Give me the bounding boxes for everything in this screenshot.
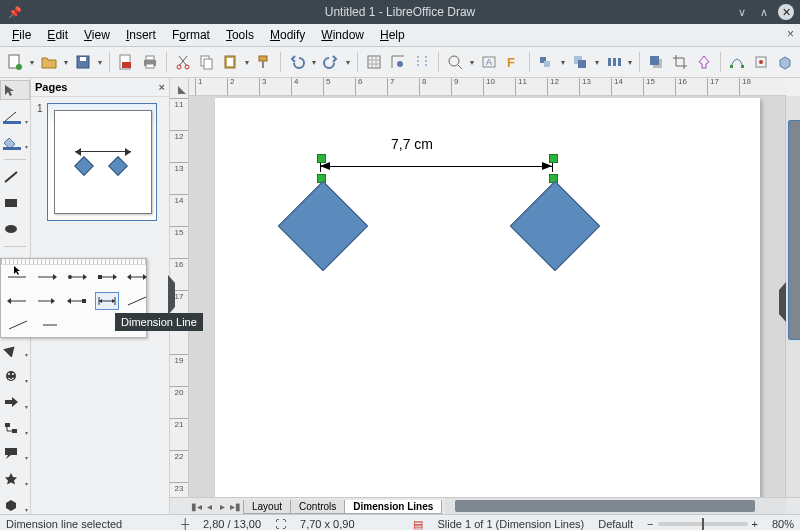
print-button[interactable] bbox=[139, 51, 161, 73]
distribute-button[interactable] bbox=[603, 51, 625, 73]
guides-button[interactable] bbox=[411, 51, 433, 73]
menu-tools[interactable]: Tools bbox=[218, 27, 262, 43]
arrange-button[interactable] bbox=[569, 51, 591, 73]
window-maximize-button[interactable]: ∧ bbox=[756, 4, 772, 20]
horizontal-ruler[interactable]: 123456789101112131415161718 bbox=[189, 78, 786, 96]
horizontal-scrollbar[interactable] bbox=[445, 498, 786, 514]
cut-button[interactable] bbox=[172, 51, 194, 73]
handle[interactable] bbox=[549, 154, 558, 163]
align-button[interactable] bbox=[535, 51, 557, 73]
copy-button[interactable] bbox=[196, 51, 218, 73]
star-tool[interactable]: ▾ bbox=[1, 470, 29, 488]
fontwork-button[interactable]: F bbox=[502, 51, 524, 73]
block-arrow-tool[interactable]: ▾ bbox=[1, 393, 29, 411]
menu-insert[interactable]: Insert bbox=[118, 27, 164, 43]
status-save-icon[interactable]: ▤ bbox=[413, 518, 423, 531]
window-close-button[interactable]: ✕ bbox=[778, 4, 794, 20]
points-button[interactable] bbox=[726, 51, 748, 73]
align-dropdown[interactable]: ▾ bbox=[559, 51, 567, 73]
open-button[interactable] bbox=[38, 51, 60, 73]
redo-button[interactable] bbox=[320, 51, 342, 73]
status-size: 7,70 x 0,90 bbox=[300, 518, 354, 530]
zoom-dropdown[interactable]: ▾ bbox=[468, 51, 476, 73]
zoom-slider[interactable]: − + bbox=[647, 518, 758, 530]
tab-controls[interactable]: Controls bbox=[290, 500, 345, 514]
basic-shapes-tool[interactable]: ▾ bbox=[1, 341, 29, 359]
line-arrow-square-icon[interactable] bbox=[95, 268, 119, 286]
scrollbar-thumb[interactable] bbox=[455, 500, 755, 512]
paste-button[interactable] bbox=[219, 51, 241, 73]
line-45-icon[interactable] bbox=[125, 292, 149, 310]
line-arrow-circle-icon[interactable] bbox=[65, 268, 89, 286]
snap-button[interactable] bbox=[387, 51, 409, 73]
window-titlebar: 📌 Untitled 1 - LibreOffice Draw ∨ ∧ ✕ bbox=[0, 0, 800, 24]
flowchart-tool[interactable]: ▾ bbox=[1, 419, 29, 437]
vertical-scrollbar[interactable] bbox=[785, 96, 800, 497]
menu-window[interactable]: Window bbox=[313, 27, 372, 43]
close-document-button[interactable]: × bbox=[787, 27, 794, 41]
extrusion-button[interactable] bbox=[774, 51, 796, 73]
zoom-in-icon[interactable]: + bbox=[752, 518, 758, 530]
arrange-dropdown[interactable]: ▾ bbox=[593, 51, 601, 73]
ruler-corner[interactable] bbox=[170, 78, 189, 97]
line-short-icon[interactable] bbox=[37, 316, 63, 334]
window-minimize-button[interactable]: ∨ bbox=[734, 4, 750, 20]
line-square-arrow-icon[interactable] bbox=[65, 292, 89, 310]
save-dropdown[interactable]: ▾ bbox=[96, 51, 104, 73]
dimension-line[interactable] bbox=[320, 166, 552, 167]
page-thumbnail[interactable] bbox=[47, 103, 157, 221]
rect-tool[interactable] bbox=[1, 194, 29, 212]
shadow-button[interactable] bbox=[645, 51, 667, 73]
zoom-out-icon[interactable]: − bbox=[647, 518, 653, 530]
ellipse-tool[interactable] bbox=[1, 220, 29, 238]
undo-dropdown[interactable]: ▾ bbox=[310, 51, 318, 73]
zoom-value[interactable]: 80% bbox=[772, 518, 794, 530]
line-circle-arrow-icon[interactable] bbox=[35, 292, 59, 310]
distribute-dropdown[interactable]: ▾ bbox=[626, 51, 634, 73]
zoom-button[interactable] bbox=[444, 51, 466, 73]
menu-modify[interactable]: Modify bbox=[262, 27, 313, 43]
line-color-tool[interactable]: ▾ bbox=[1, 108, 29, 126]
new-dropdown[interactable]: ▾ bbox=[28, 51, 36, 73]
drawing-canvas[interactable]: 7,7 cm bbox=[189, 96, 785, 497]
grid-button[interactable] bbox=[363, 51, 385, 73]
pin-icon[interactable]: 📌 bbox=[8, 6, 22, 19]
fill-color-tool[interactable]: ▾ bbox=[1, 134, 29, 152]
diamond-shape[interactable] bbox=[278, 181, 369, 272]
filter-button[interactable] bbox=[693, 51, 715, 73]
export-pdf-button[interactable] bbox=[115, 51, 137, 73]
menu-view[interactable]: View bbox=[76, 27, 118, 43]
crop-button[interactable] bbox=[669, 51, 691, 73]
new-button[interactable] bbox=[4, 51, 26, 73]
dimension-line-icon[interactable] bbox=[95, 292, 119, 310]
status-style[interactable]: Default bbox=[598, 518, 633, 530]
textbox-button[interactable]: A bbox=[478, 51, 500, 73]
tab-dimension-lines[interactable]: Dimension Lines bbox=[344, 500, 442, 514]
select-tool[interactable] bbox=[0, 80, 30, 100]
scrollbar-thumb[interactable] bbox=[788, 120, 800, 340]
line-arrows-icon[interactable] bbox=[125, 268, 149, 286]
diamond-shape[interactable] bbox=[510, 181, 601, 272]
symbol-shapes-tool[interactable]: ▾ bbox=[1, 367, 29, 385]
save-button[interactable] bbox=[72, 51, 94, 73]
menu-file[interactable]: File bbox=[4, 27, 39, 43]
redo-dropdown[interactable]: ▾ bbox=[344, 51, 352, 73]
tab-layout[interactable]: Layout bbox=[243, 500, 291, 514]
line-arrow-start-icon[interactable] bbox=[5, 292, 29, 310]
menu-help[interactable]: Help bbox=[372, 27, 413, 43]
3d-tool[interactable]: ▾ bbox=[1, 496, 29, 514]
handle[interactable] bbox=[317, 154, 326, 163]
slide-nav-buttons[interactable]: ▮◂◂▸▸▮ bbox=[188, 498, 243, 514]
menu-format[interactable]: Format bbox=[164, 27, 218, 43]
open-dropdown[interactable]: ▾ bbox=[62, 51, 70, 73]
menu-edit[interactable]: Edit bbox=[39, 27, 76, 43]
panel-close-button[interactable]: × bbox=[159, 81, 165, 93]
line-tool[interactable] bbox=[1, 168, 29, 186]
paste-dropdown[interactable]: ▾ bbox=[243, 51, 251, 73]
line-arrow-end-icon[interactable] bbox=[35, 268, 59, 286]
line-diag-icon[interactable] bbox=[5, 316, 31, 334]
undo-button[interactable] bbox=[286, 51, 308, 73]
glue-button[interactable] bbox=[750, 51, 772, 73]
callout-tool[interactable]: ▾ bbox=[1, 445, 29, 463]
clone-format-button[interactable] bbox=[253, 51, 275, 73]
